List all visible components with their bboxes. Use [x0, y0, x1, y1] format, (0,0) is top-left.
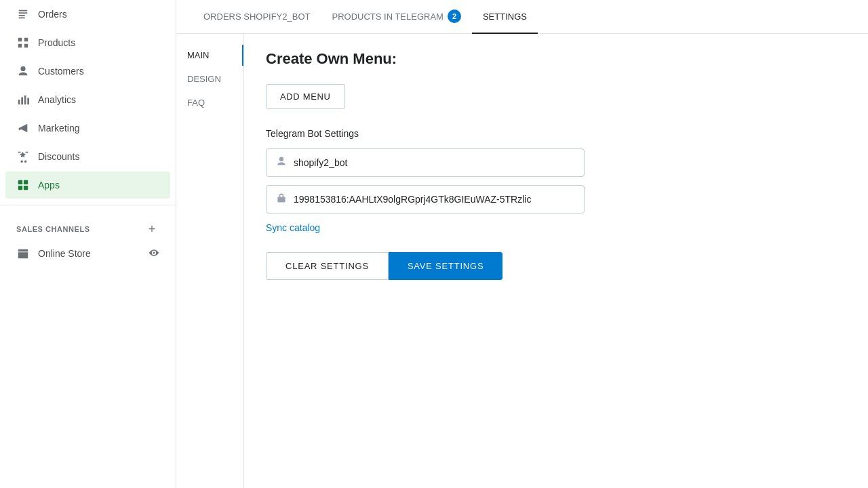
sub-nav-design-label: DESIGN	[187, 74, 221, 84]
sidebar-item-apps-label: Apps	[38, 180, 60, 190]
svg-rect-0	[18, 100, 20, 104]
settings-panel: Create Own Menu: ADD MENU Telegram Bot S…	[244, 34, 868, 488]
main-content: ORDERS SHOPIFY2_BOT PRODUCTS IN TELEGRAM…	[176, 0, 868, 488]
sidebar-item-customers[interactable]: Customers	[5, 58, 170, 85]
sidebar-item-analytics[interactable]: Analytics	[5, 86, 170, 113]
token-input[interactable]	[294, 194, 574, 205]
tab-products-telegram-badge: 2	[448, 9, 461, 23]
tab-orders-bot-label: ORDERS SHOPIFY2_BOT	[203, 12, 310, 22]
sales-channels-label: SALES CHANNELS	[16, 225, 90, 233]
sidebar-item-customers-label: Customers	[38, 66, 84, 77]
sidebar-item-online-store[interactable]: Online Store	[5, 240, 170, 267]
sub-nav-main-label: MAIN	[187, 50, 210, 60]
sidebar-item-marketing-label: Marketing	[38, 123, 79, 134]
tab-orders-bot[interactable]: ORDERS SHOPIFY2_BOT	[193, 0, 321, 34]
sidebar-item-analytics-label: Analytics	[38, 94, 76, 105]
user-icon	[276, 156, 287, 169]
save-settings-button[interactable]: SAVE SETTINGS	[389, 252, 502, 280]
sidebar-item-discounts-label: Discounts	[38, 151, 79, 162]
sidebar-item-orders[interactable]: Orders	[5, 1, 170, 28]
sidebar-item-marketing[interactable]: Marketing	[5, 115, 170, 142]
discounts-icon	[16, 150, 30, 163]
sub-nav-faq-label: FAQ	[187, 98, 205, 108]
svg-rect-3	[27, 98, 29, 104]
svg-rect-6	[18, 186, 22, 190]
online-store-icon	[16, 247, 30, 260]
sidebar-item-orders-label: Orders	[38, 9, 67, 20]
add-menu-button[interactable]: ADD MENU	[266, 84, 345, 109]
sidebar-divider	[0, 205, 176, 205]
username-input[interactable]	[294, 157, 574, 168]
customers-icon	[16, 64, 30, 78]
sidebar-item-online-store-label: Online Store	[38, 248, 91, 259]
content-area: MAIN DESIGN FAQ Create Own Menu: ADD MEN…	[176, 34, 868, 488]
tab-products-telegram-label: PRODUCTS IN TELEGRAM	[332, 12, 443, 22]
settings-title: Create Own Menu:	[266, 50, 846, 68]
add-sales-channel-button[interactable]: +	[144, 222, 159, 237]
username-input-wrapper	[266, 148, 585, 177]
tab-products-telegram[interactable]: PRODUCTS IN TELEGRAM 2	[321, 0, 471, 34]
sidebar-item-products-label: Products	[38, 37, 75, 48]
sub-nav-main[interactable]: MAIN	[176, 45, 243, 66]
sync-catalog-link[interactable]: Sync catalog	[266, 222, 320, 233]
sub-nav-design[interactable]: DESIGN	[176, 68, 243, 89]
svg-rect-4	[18, 180, 22, 184]
bot-settings-subtitle: Telegram Bot Settings	[266, 128, 846, 139]
clear-settings-button[interactable]: CLEAR SETTINGS	[266, 252, 389, 280]
sidebar-item-products[interactable]: Products	[5, 29, 170, 56]
sub-nav-faq[interactable]: FAQ	[176, 92, 243, 113]
action-buttons: CLEAR SETTINGS SAVE SETTINGS	[266, 252, 846, 280]
sidebar-item-discounts[interactable]: Discounts	[5, 143, 170, 170]
sidebar: Orders Products Customers Analytics Mark…	[0, 0, 176, 488]
svg-rect-2	[24, 96, 26, 105]
apps-icon	[16, 178, 30, 192]
sidebar-item-apps[interactable]: Apps	[5, 171, 170, 199]
tab-settings[interactable]: SETTINGS	[472, 0, 538, 34]
svg-rect-7	[24, 186, 28, 190]
sub-sidebar: MAIN DESIGN FAQ	[176, 34, 244, 488]
analytics-icon	[16, 93, 30, 106]
tab-settings-label: SETTINGS	[483, 12, 527, 22]
lock-icon	[276, 192, 287, 206]
online-store-eye-icon	[149, 247, 159, 260]
tabs-bar: ORDERS SHOPIFY2_BOT PRODUCTS IN TELEGRAM…	[176, 0, 868, 34]
products-icon	[16, 36, 30, 49]
sales-channels-section: SALES CHANNELS +	[0, 211, 176, 239]
svg-rect-1	[21, 97, 23, 104]
svg-rect-5	[24, 180, 28, 184]
orders-icon	[16, 7, 30, 21]
marketing-icon	[16, 121, 30, 135]
token-input-wrapper	[266, 185, 585, 214]
